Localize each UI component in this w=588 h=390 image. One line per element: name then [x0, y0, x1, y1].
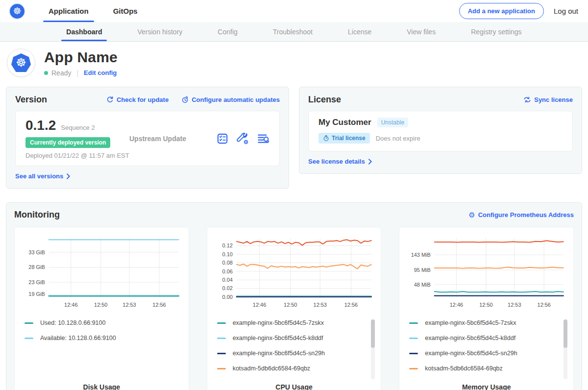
tab-application[interactable]: Application — [43, 0, 94, 22]
edit-config-link[interactable]: Edit config — [84, 69, 117, 76]
svg-text:12:53: 12:53 — [122, 302, 136, 308]
legend-scrollbar-thumb[interactable] — [564, 319, 567, 348]
version-card: Version Check for update Configure autom… — [6, 87, 289, 189]
legend-dash-icon — [217, 322, 226, 324]
monitoring-panel: Monitoring ⚙ Configure Prometheus Addres… — [6, 202, 582, 390]
monitoring-title: Monitoring — [14, 210, 60, 220]
license-type-badge: Trial license — [318, 133, 370, 144]
release-notes-icon[interactable] — [217, 133, 228, 145]
svg-text:12:46: 12:46 — [450, 302, 463, 308]
svg-text:95 MiB: 95 MiB — [414, 267, 431, 273]
deployed-badge: Currently deployed version — [25, 137, 110, 148]
legend-label: kotsadm-5db6dc6584-69qbz — [233, 365, 310, 372]
license-card-title: License — [308, 95, 341, 105]
legend-dash-icon — [409, 353, 418, 354]
tab-gitops[interactable]: GitOps — [108, 0, 143, 22]
svg-text:0.02: 0.02 — [222, 285, 232, 291]
legend-item: example-nginx-5bc6f5d4c5-sn29h — [409, 350, 559, 357]
svg-text:0.00: 0.00 — [222, 294, 232, 300]
disk-usage-legend: Used: 10.128.0.66:9100Available: 10.128.… — [21, 318, 183, 380]
tab-version-history[interactable]: Version history — [132, 22, 187, 41]
tab-config[interactable]: Config — [213, 22, 242, 41]
legend-item: Available: 10.128.0.66:9100 — [24, 335, 174, 341]
svg-text:48 MiB: 48 MiB — [414, 282, 431, 288]
legend-dash-icon — [217, 368, 226, 369]
tab-dashboard[interactable]: Dashboard — [61, 22, 107, 41]
legend-label: example-nginx-5bc6f5d4c5-k8ddf — [425, 335, 515, 341]
legend-label: example-nginx-5bc6f5d4c5-7zskx — [233, 319, 324, 326]
svg-text:12:56: 12:56 — [344, 302, 357, 308]
legend-scrollbar-thumb[interactable] — [371, 319, 375, 348]
svg-text:12:50: 12:50 — [94, 302, 107, 308]
svg-text:0.06: 0.06 — [222, 268, 232, 274]
chevron-right-icon — [368, 159, 372, 165]
see-all-versions-link[interactable]: See all versions — [15, 172, 71, 180]
page-title: App Name — [44, 49, 118, 66]
legend-dash-icon — [409, 338, 418, 339]
current-version-row: 0.1.2 Sequence 2 Currently deployed vers… — [15, 111, 280, 166]
legend-dash-icon — [409, 322, 418, 324]
cpu-usage-legend: example-nginx-5bc6f5d4c5-7zskxexample-ng… — [213, 318, 375, 380]
license-details-row: My Customer Unstable Trial license Does … — [308, 111, 573, 151]
tab-registry-settings[interactable]: Registry settings — [466, 22, 526, 41]
legend-dash-icon — [217, 353, 226, 354]
cards-row: Version Check for update Configure autom… — [0, 85, 588, 189]
configure-automatic-updates-link[interactable]: Configure automatic updates — [181, 96, 280, 103]
svg-text:12:50: 12:50 — [480, 302, 493, 308]
legend-dash-icon — [409, 368, 418, 369]
helm-wheel-icon: ☸ — [13, 6, 21, 16]
svg-text:12:46: 12:46 — [64, 302, 77, 308]
version-source-label: Upstream Update — [129, 135, 217, 143]
svg-text:33 GiB: 33 GiB — [28, 249, 45, 255]
logout-link[interactable]: Log out — [554, 7, 578, 15]
chart-title: Memory Usage — [405, 380, 567, 390]
tab-license[interactable]: License — [343, 22, 376, 41]
svg-text:12:53: 12:53 — [508, 302, 521, 308]
svg-text:12:46: 12:46 — [253, 302, 266, 308]
top-tabs: Application GitOps — [36, 0, 150, 22]
memory-usage-card: 143 MiB95 MiB48 MiB12:4612:5012:5312:56 … — [399, 227, 574, 390]
edit-config-icon[interactable] — [237, 133, 249, 145]
add-application-button[interactable]: Add a new application — [459, 3, 544, 19]
app-header: ☸ App Name Ready | Edit config — [0, 42, 588, 85]
legend-label: Available: 10.128.0.66:9100 — [40, 335, 116, 341]
see-license-details-link[interactable]: See license details — [308, 158, 372, 165]
legend-dash-icon — [24, 322, 33, 324]
sync-license-link[interactable]: Sync license — [523, 96, 573, 103]
svg-text:143 MiB: 143 MiB — [411, 252, 431, 258]
legend-item: example-nginx-5bc6f5d4c5-k8ddf — [409, 335, 559, 341]
cpu-usage-chart: 0.000.020.040.060.080.100.1212:4612:5012… — [213, 233, 375, 313]
svg-text:12:56: 12:56 — [152, 302, 166, 308]
helm-wheel-icon: ☸ — [16, 57, 26, 69]
legend-item: example-nginx-5bc6f5d4c5-7zskx — [217, 319, 367, 326]
legend-item: kotsadm-5db6dc6584-69qbz — [217, 365, 367, 372]
refresh-icon — [106, 96, 114, 103]
chart-title: Disk Usage — [21, 380, 183, 390]
legend-label: example-nginx-5bc6f5d4c5-k8ddf — [233, 335, 323, 341]
svg-text:0.12: 0.12 — [222, 243, 232, 248]
disk-usage-card: 33 GiB28 GiB23 GiB19 GiB12:4612:5012:531… — [14, 227, 189, 390]
channel-badge: Unstable — [377, 118, 408, 127]
legend-label: example-nginx-5bc6f5d4c5-7zskx — [425, 319, 516, 326]
svg-text:0.08: 0.08 — [222, 260, 232, 266]
deploy-logs-icon[interactable] — [257, 133, 270, 145]
legend-dash-icon — [24, 338, 33, 339]
legend-label: example-nginx-5bc6f5d4c5-sn29h — [425, 350, 517, 357]
check-for-update-link[interactable]: Check for update — [106, 96, 169, 103]
gear-icon: ⚙ — [468, 211, 475, 219]
configure-prometheus-link[interactable]: ⚙ Configure Prometheus Address — [468, 211, 574, 219]
deployed-timestamp: Deployed 01/21/22 @ 11:57 am EST — [25, 152, 129, 159]
memory-usage-legend: example-nginx-5bc6f5d4c5-7zskxexample-ng… — [405, 318, 567, 380]
kubernetes-logo: ☸ — [10, 4, 24, 19]
svg-text:12:50: 12:50 — [284, 302, 297, 308]
legend-item: example-nginx-5bc6f5d4c5-sn29h — [217, 350, 367, 357]
svg-text:19 GiB: 19 GiB — [28, 291, 45, 297]
chart-title: CPU Usage — [213, 380, 375, 390]
legend-label: example-nginx-5bc6f5d4c5-sn29h — [233, 350, 325, 357]
divider: | — [76, 69, 78, 77]
tab-view-files[interactable]: View files — [402, 22, 441, 41]
cpu-usage-card: 0.000.020.040.060.080.100.1212:4612:5012… — [207, 227, 382, 390]
version-number: 0.1.2 — [25, 118, 56, 133]
app-sub-nav: Dashboard Version history Config Trouble… — [0, 22, 588, 42]
tab-troubleshoot[interactable]: Troubleshoot — [268, 22, 318, 41]
